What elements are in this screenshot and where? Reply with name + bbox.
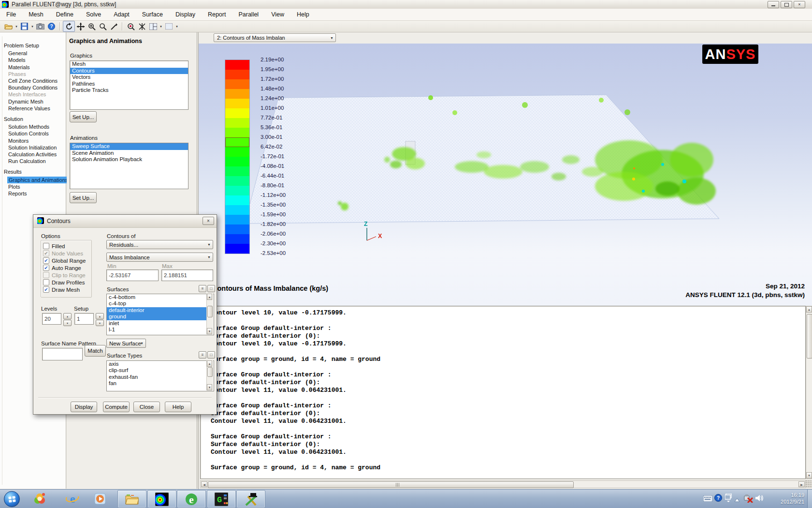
- graphics-canvas[interactable]: Z X 2.19e+001.95e+001.72e+001.48e+001.24…: [199, 44, 812, 306]
- stepper-up-icon[interactable]: ▲: [96, 313, 104, 319]
- open-file-button[interactable]: [3, 21, 14, 31]
- animations-setup-button[interactable]: Set Up...: [70, 192, 97, 203]
- surface-types-list-item[interactable]: clip-surf: [107, 367, 207, 374]
- surfaces-list-item[interactable]: inlet: [107, 320, 207, 327]
- graphics-view-selector[interactable]: 2: Contours of Mass Imbalan ▼: [214, 33, 336, 42]
- probe-button[interactable]: [108, 21, 119, 31]
- taskbar-media-player-icon[interactable]: [91, 491, 110, 507]
- tray-show-hidden-icon[interactable]: [734, 496, 740, 508]
- menu-item[interactable]: Report: [202, 10, 232, 19]
- nav-item[interactable]: Reference Values: [8, 105, 66, 112]
- option-checkbox-row[interactable]: Node Values: [43, 251, 86, 256]
- compute-button[interactable]: Compute: [103, 402, 130, 412]
- vertical-scroll-thumb[interactable]: [207, 367, 213, 377]
- checkbox-icon[interactable]: [43, 272, 49, 278]
- surface-types-list-item[interactable]: exhaust-fan: [107, 374, 207, 380]
- taskbar-internet-explorer-icon[interactable]: e: [63, 491, 82, 507]
- close-dialog-button[interactable]: Close: [133, 402, 160, 412]
- layout-panes-button[interactable]: [147, 21, 159, 31]
- horizontal-scroll-thumb[interactable]: [208, 481, 574, 488]
- animations-list-item[interactable]: Solution Animation Playback: [70, 156, 188, 163]
- nav-item[interactable]: Dynamic Mesh: [8, 98, 66, 105]
- rotate-view-button[interactable]: [63, 21, 75, 32]
- start-button[interactable]: [4, 491, 20, 507]
- animations-list-item[interactable]: Sweep Surface: [70, 143, 188, 150]
- scroll-up-icon[interactable]: ▲: [207, 294, 212, 300]
- taskbar-explorer-button[interactable]: [117, 490, 146, 508]
- layout-dropdown-arrow[interactable]: ▼: [159, 25, 163, 28]
- contours-of-category-select[interactable]: Residuals...▼: [106, 240, 213, 249]
- nav-item[interactable]: Run Calculation: [8, 158, 66, 164]
- minimize-button[interactable]: [768, 1, 779, 8]
- contours-dialog[interactable]: Contours × Options Filled Node Values Gl: [33, 214, 217, 415]
- surface-types-list-item[interactable]: axis: [107, 361, 207, 367]
- deselect-all-icon[interactable]: □: [207, 351, 215, 359]
- menu-item[interactable]: Help: [290, 10, 316, 19]
- lights-button[interactable]: [136, 21, 147, 31]
- checkbox-icon[interactable]: [43, 279, 49, 285]
- surfaces-list-item[interactable]: l-1: [107, 327, 207, 333]
- nav-item[interactable]: Mesh Interfaces: [8, 91, 66, 98]
- nav-item[interactable]: Calculation Activities: [8, 151, 66, 158]
- vertical-scroll-thumb[interactable]: [207, 306, 213, 317]
- select-all-icon[interactable]: ≡: [199, 285, 206, 292]
- option-checkbox-row[interactable]: Filled: [43, 243, 86, 249]
- option-checkbox-row[interactable]: Draw Profiles: [43, 280, 86, 285]
- menu-item[interactable]: Surface: [136, 10, 169, 19]
- zoom-dolly-button[interactable]: [86, 21, 97, 31]
- show-desktop-button[interactable]: [807, 490, 812, 508]
- pan-view-button[interactable]: [75, 21, 86, 31]
- levels-stepper[interactable]: ▲ ▼: [63, 313, 72, 326]
- graphics-setup-button[interactable]: Set Up...: [70, 111, 97, 122]
- snapshot-button[interactable]: [35, 21, 46, 31]
- surfaces-list-item[interactable]: ground: [107, 314, 207, 320]
- save-button[interactable]: [19, 21, 30, 31]
- checkbox-icon[interactable]: [43, 265, 49, 271]
- surface-types-scrollbar[interactable]: ▲ ▼: [206, 360, 213, 390]
- menu-item[interactable]: View: [265, 10, 290, 19]
- surface-name-pattern-field[interactable]: [42, 348, 83, 360]
- nav-item[interactable]: Plots: [8, 183, 66, 190]
- animations-list-item[interactable]: Scene Animation: [70, 150, 188, 157]
- setup-stepper[interactable]: ▲ ▼: [96, 313, 104, 326]
- menu-item[interactable]: Solve: [80, 10, 107, 19]
- scroll-left-icon[interactable]: ◀: [201, 481, 207, 487]
- nav-item[interactable]: Phases: [8, 71, 66, 77]
- scroll-right-icon[interactable]: ▶: [798, 481, 805, 487]
- view-swatch-button[interactable]: [163, 21, 174, 31]
- nav-item[interactable]: Solution Controls: [8, 130, 66, 137]
- stepper-up-icon[interactable]: ▲: [63, 313, 72, 319]
- taskbar-gambit-button[interactable]: G: [207, 490, 236, 508]
- nav-item[interactable]: General: [8, 50, 66, 57]
- scroll-up-icon[interactable]: ▲: [207, 360, 212, 367]
- close-button[interactable]: ×: [794, 1, 805, 8]
- levels-field[interactable]: [42, 313, 61, 325]
- stepper-down-icon[interactable]: ▼: [63, 320, 72, 326]
- tray-usb-eject-icon[interactable]: [743, 494, 753, 508]
- scroll-down-icon[interactable]: ▼: [207, 384, 212, 390]
- taskbar-360-icon[interactable]: [30, 491, 49, 507]
- title-bar[interactable]: Parallel FLUENT@wgy [3d, pbns, sstkw] ×: [0, 0, 812, 9]
- resize-grip[interactable]: [806, 480, 812, 488]
- nav-item[interactable]: Reports: [8, 190, 66, 197]
- nav-item[interactable]: Monitors: [8, 137, 66, 144]
- option-checkbox-row[interactable]: Draw Mesh: [43, 287, 86, 293]
- tray-keyboard-icon[interactable]: [703, 495, 712, 508]
- nav-item[interactable]: Boundary Conditions: [8, 84, 66, 91]
- console-horizontal-scrollbar[interactable]: ◀ ▶: [200, 480, 806, 488]
- option-checkbox-row[interactable]: Auto Range: [43, 265, 86, 271]
- match-button[interactable]: Match: [85, 345, 106, 357]
- vertical-scroll-thumb[interactable]: [807, 314, 812, 359]
- surfaces-list-scrollbar[interactable]: ▲ ▼: [206, 294, 213, 334]
- setup-field[interactable]: [74, 313, 94, 325]
- checkbox-icon[interactable]: [43, 243, 49, 249]
- help-button[interactable]: ?: [46, 21, 57, 31]
- nav-item[interactable]: Solution Methods: [8, 123, 66, 130]
- nav-item[interactable]: Models: [8, 57, 66, 63]
- checkbox-icon[interactable]: [43, 250, 49, 256]
- menu-item[interactable]: Display: [169, 10, 202, 19]
- help-dialog-button[interactable]: Help: [165, 402, 191, 412]
- max-value-field[interactable]: [161, 269, 213, 281]
- graphics-list-item[interactable]: Pathlines: [70, 81, 188, 88]
- menu-item[interactable]: Parallel: [232, 10, 265, 19]
